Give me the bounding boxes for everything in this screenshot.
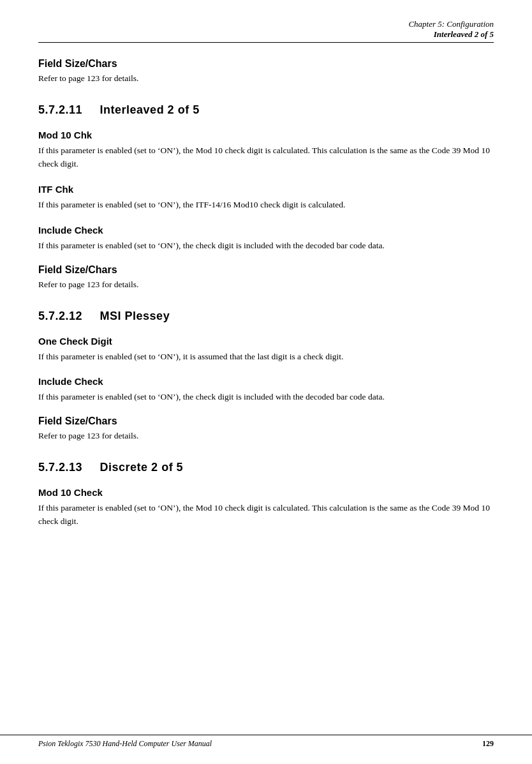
one-check-digit-heading: One Check Digit (38, 336, 494, 347)
page-header: Chapter 5: Configuration Interleaved 2 o… (38, 19, 494, 43)
numbered-heading-3: 5.7.2.13 Discrete 2 of 5 (38, 461, 494, 474)
field-size-body-1: Refer to page 123 for details. (38, 72, 494, 86)
include-check-heading-2: Include Check (38, 376, 494, 387)
page-footer: Psion Teklogix 7530 Hand-Held Computer U… (0, 735, 532, 749)
field-size-heading-1: Field Size/Chars (38, 58, 494, 70)
one-check-digit-body: If this parameter is enabled (set to ‘ON… (38, 350, 494, 364)
mod10check-body: If this parameter is enabled (set to ‘ON… (38, 502, 494, 528)
subsection-mod10check: Mod 10 Check If this parameter is enable… (38, 487, 494, 528)
subsection-one-check-digit: One Check Digit If this parameter is ena… (38, 336, 494, 364)
section-5-7-2-13: 5.7.2.13 Discrete 2 of 5 Mod 10 Check If… (38, 461, 494, 528)
subsection-include-check-1: Include Check If this parameter is enabl… (38, 225, 494, 253)
numbered-heading-1: 5.7.2.11 Interleaved 2 of 5 (38, 103, 494, 117)
field-size-heading-2: Field Size/Chars (38, 264, 494, 276)
section-5-7-2-12: 5.7.2.12 MSI Plessey One Check Digit If … (38, 310, 494, 444)
footer-page-number: 129 (482, 739, 494, 749)
section-field-size-1: Field Size/Chars Refer to page 123 for d… (38, 58, 494, 86)
footer-title: Psion Teklogix 7530 Hand-Held Computer U… (38, 739, 212, 749)
subsection-field-size-3: Field Size/Chars Refer to page 123 for d… (38, 416, 494, 443)
page: Chapter 5: Configuration Interleaved 2 o… (0, 0, 532, 764)
itfchk-body: If this parameter is enabled (set to ‘ON… (38, 198, 494, 212)
header-section: Interleaved 2 of 5 (38, 29, 494, 40)
subsection-mod10chk: Mod 10 Chk If this parameter is enabled … (38, 130, 494, 171)
field-size-heading-3: Field Size/Chars (38, 416, 494, 427)
header-chapter: Chapter 5: Configuration (38, 19, 494, 29)
subsection-field-size-2: Field Size/Chars Refer to page 123 for d… (38, 264, 494, 292)
numbered-heading-2: 5.7.2.12 MSI Plessey (38, 310, 494, 323)
itfchk-heading: ITF Chk (38, 184, 494, 195)
include-check-heading-1: Include Check (38, 225, 494, 236)
include-check-body-2: If this parameter is enabled (set to ‘ON… (38, 391, 494, 404)
field-size-body-3: Refer to page 123 for details. (38, 430, 494, 443)
subsection-include-check-2: Include Check If this parameter is enabl… (38, 376, 494, 404)
section-5-7-2-11: 5.7.2.11 Interleaved 2 of 5 Mod 10 Chk I… (38, 103, 494, 292)
mod10chk-heading: Mod 10 Chk (38, 130, 494, 140)
mod10chk-body: If this parameter is enabled (set to ‘ON… (38, 144, 494, 171)
field-size-body-2: Refer to page 123 for details. (38, 278, 494, 292)
include-check-body-1: If this parameter is enabled (set to ‘ON… (38, 239, 494, 253)
mod10check-heading: Mod 10 Check (38, 487, 494, 498)
subsection-itfchk: ITF Chk If this parameter is enabled (se… (38, 184, 494, 212)
